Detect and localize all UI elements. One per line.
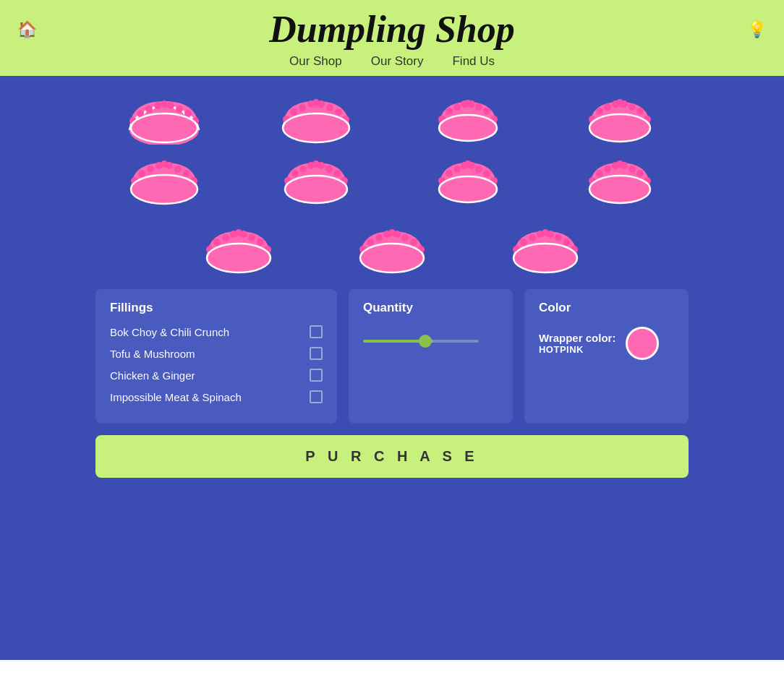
svg-point-40	[604, 103, 611, 111]
slider-container	[363, 340, 498, 343]
fillings-title: Fillings	[110, 301, 323, 315]
filling-label-2: Chicken & Ginger	[110, 369, 195, 382]
header: 🏠 Dumpling Shop Our Shop Our Story Find …	[0, 0, 784, 76]
svg-point-27	[446, 108, 453, 115]
filling-item-1: Tofu & Mushroom	[110, 347, 323, 360]
svg-point-80	[475, 166, 482, 173]
nav-find-us[interactable]: Find Us	[452, 54, 495, 69]
dumpling-7[interactable]	[399, 152, 537, 206]
main-content: Fillings Bok Choy & Chili Crunch Tofu & …	[0, 76, 784, 660]
svg-point-87	[596, 170, 603, 177]
filling-checkbox-0[interactable]	[310, 325, 323, 338]
svg-point-3	[145, 106, 153, 113]
svg-point-88	[604, 166, 611, 173]
color-title: Color	[539, 301, 674, 315]
svg-point-112	[375, 234, 383, 241]
dumpling-8[interactable]	[551, 152, 689, 206]
color-name: HOTPINK	[539, 344, 615, 355]
filling-label-1: Tofu & Mushroom	[110, 348, 195, 360]
page-title: Dumpling Shop	[14, 9, 770, 50]
svg-point-91	[621, 162, 628, 169]
color-row: Wrapper color: HOTPINK	[539, 327, 674, 360]
svg-point-4	[154, 102, 161, 109]
dumpling-2[interactable]	[247, 90, 385, 145]
svg-point-116	[401, 234, 409, 241]
svg-point-44	[629, 103, 636, 111]
svg-point-55	[166, 162, 173, 169]
home-icon[interactable]: 🏠	[17, 20, 37, 39]
svg-point-92	[629, 166, 636, 173]
svg-point-69	[333, 170, 341, 177]
dumpling-1[interactable]	[95, 90, 233, 145]
svg-point-15	[290, 108, 297, 116]
svg-point-93	[636, 170, 644, 177]
dumpling-grid-top	[95, 90, 689, 206]
purchase-button[interactable]: P U R C H A S E	[95, 435, 689, 478]
nav-our-story[interactable]: Our Story	[371, 54, 424, 69]
svg-point-64	[299, 166, 307, 173]
svg-point-100	[222, 234, 229, 241]
svg-point-6	[167, 102, 174, 109]
svg-point-68	[325, 166, 333, 173]
dumpling-11[interactable]	[476, 220, 615, 275]
nav: Our Shop Our Story Find Us	[14, 54, 770, 69]
dumpling-5[interactable]	[95, 152, 233, 206]
quantity-panel: Quantity	[349, 289, 513, 424]
svg-point-31	[468, 100, 475, 108]
svg-point-28	[453, 103, 461, 111]
filling-checkbox-1[interactable]	[310, 347, 323, 360]
svg-point-19	[318, 100, 325, 108]
svg-point-123	[520, 239, 527, 246]
wrapper-color-label: Wrapper color:	[539, 332, 615, 344]
dumpling-grid-bottom	[170, 220, 615, 275]
filling-label-0: Bok Choy & Chili Crunch	[110, 326, 229, 338]
color-panel: Color Wrapper color: HOTPINK	[524, 289, 689, 424]
color-swatch[interactable]	[626, 327, 659, 360]
svg-point-39	[596, 108, 603, 115]
svg-point-124	[529, 234, 536, 241]
svg-point-99	[213, 239, 221, 246]
svg-point-43	[621, 100, 628, 108]
svg-point-5	[161, 100, 168, 108]
quantity-title: Quantity	[363, 301, 498, 315]
svg-point-21	[335, 108, 342, 116]
svg-point-67	[318, 162, 325, 169]
dumpling-9[interactable]	[170, 220, 309, 275]
fillings-panel: Fillings Bok Choy & Chili Crunch Tofu & …	[95, 289, 337, 424]
svg-point-76	[453, 166, 461, 173]
svg-point-111	[367, 239, 374, 246]
svg-point-103	[240, 231, 247, 238]
svg-point-20	[326, 104, 333, 111]
filling-checkbox-3[interactable]	[310, 390, 323, 403]
quantity-slider[interactable]	[363, 340, 479, 343]
dumpling-3[interactable]	[399, 90, 537, 145]
svg-point-75	[446, 170, 453, 177]
svg-point-52	[147, 166, 154, 173]
filling-item-0: Bok Choy & Chili Crunch	[110, 325, 323, 338]
svg-point-63	[291, 170, 299, 177]
svg-point-117	[410, 239, 417, 246]
svg-point-115	[393, 231, 401, 238]
filling-checkbox-2[interactable]	[310, 369, 323, 382]
svg-point-33	[483, 108, 490, 115]
svg-point-128	[555, 234, 562, 241]
svg-point-45	[636, 108, 644, 115]
filling-item-3: Impossible Meat & Spinach	[110, 390, 323, 403]
svg-point-56	[174, 166, 182, 173]
light-icon[interactable]: 💡	[747, 20, 767, 39]
dumpling-10[interactable]	[323, 220, 461, 275]
svg-point-81	[483, 170, 490, 177]
svg-point-16	[299, 104, 306, 111]
svg-point-79	[468, 162, 475, 169]
svg-point-129	[563, 239, 571, 246]
filling-label-3: Impossible Meat & Spinach	[110, 391, 242, 403]
dumpling-4[interactable]	[551, 90, 689, 145]
dumpling-6[interactable]	[247, 152, 385, 206]
svg-point-127	[547, 231, 554, 238]
svg-point-57	[183, 170, 190, 177]
controls-row: Fillings Bok Choy & Chili Crunch Tofu & …	[95, 289, 689, 424]
filling-item-2: Chicken & Ginger	[110, 369, 323, 382]
svg-point-104	[248, 234, 255, 241]
nav-our-shop[interactable]: Our Shop	[289, 54, 342, 69]
svg-point-32	[475, 103, 482, 111]
